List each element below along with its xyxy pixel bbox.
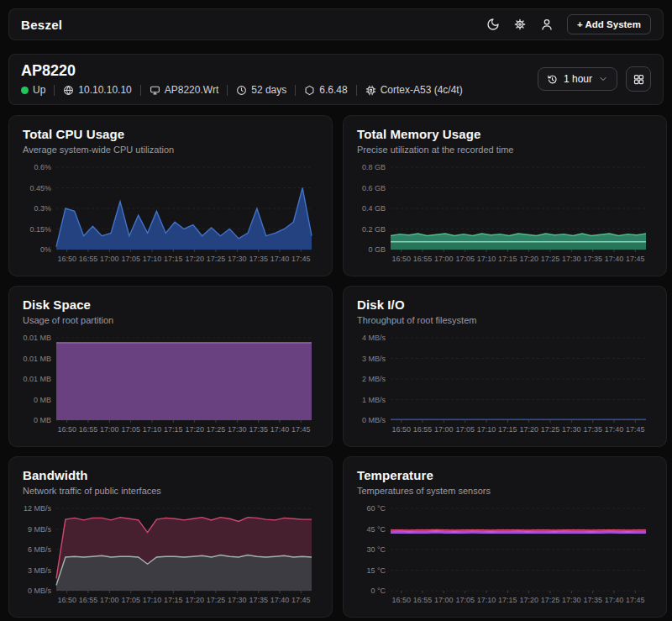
svg-text:17:10: 17:10 (143, 425, 162, 434)
svg-text:17:30: 17:30 (562, 425, 581, 434)
disk-io-chart[interactable]: 4 MB/s3 MB/s2 MB/s1 MB/s0 MB/s16:5016:55… (357, 333, 653, 437)
svg-text:17:15: 17:15 (164, 425, 183, 434)
svg-text:17:30: 17:30 (562, 255, 581, 263)
cpu-usage-chart[interactable]: 0.6%0.45%0.3%0.15%0%16:5016:5517:0017:05… (23, 162, 318, 266)
svg-text:16:50: 16:50 (57, 425, 76, 434)
system-controls: 1 hour (538, 66, 651, 92)
svg-text:17:20: 17:20 (519, 596, 538, 604)
svg-text:17:15: 17:15 (498, 255, 517, 263)
svg-text:17:05: 17:05 (455, 255, 475, 263)
svg-text:17:10: 17:10 (477, 255, 496, 263)
svg-text:17:40: 17:40 (605, 255, 624, 263)
svg-text:17:15: 17:15 (164, 255, 183, 263)
settings-button[interactable] (513, 18, 527, 31)
system-uptime: 52 days (236, 84, 286, 96)
chart-title: Disk I/O (357, 297, 653, 312)
svg-text:17:20: 17:20 (519, 255, 538, 263)
svg-text:6 MB/s: 6 MB/s (28, 545, 52, 554)
svg-text:0%: 0% (40, 245, 51, 254)
svg-text:17:05: 17:05 (455, 596, 475, 604)
svg-text:17:10: 17:10 (143, 596, 162, 604)
disk-space-card: Disk Space Usage of root partition 0.01 … (8, 286, 333, 447)
theme-toggle-button[interactable] (486, 18, 500, 31)
svg-text:17:25: 17:25 (207, 596, 226, 604)
temperature-card: Temperature Temperatures of system senso… (343, 456, 667, 618)
svg-text:17:35: 17:35 (249, 596, 268, 604)
svg-text:17:35: 17:35 (583, 255, 602, 263)
globe-icon (63, 85, 74, 96)
chart-subtitle: Temperatures of system sensors (357, 486, 653, 496)
system-summary-card: AP8220 Up 10.10.10.10 AP8220.Wrt 52 days (8, 54, 664, 105)
header-actions: + Add System (486, 14, 651, 34)
svg-text:17:40: 17:40 (270, 425, 290, 434)
user-menu-button[interactable] (540, 18, 554, 31)
divider (356, 85, 357, 96)
time-range-select[interactable]: 1 hour (538, 67, 617, 91)
svg-text:17:35: 17:35 (249, 425, 268, 434)
svg-text:0 MB: 0 MB (34, 396, 51, 404)
svg-text:0.4 GB: 0.4 GB (362, 204, 386, 213)
svg-text:9 MB/s: 9 MB/s (28, 525, 52, 534)
svg-text:0.3%: 0.3% (34, 204, 51, 213)
svg-text:17:05: 17:05 (121, 425, 140, 434)
svg-text:16:50: 16:50 (391, 425, 411, 434)
svg-text:17:45: 17:45 (626, 596, 645, 604)
status-dot (21, 87, 29, 94)
svg-text:1 MB/s: 1 MB/s (362, 396, 386, 404)
system-info: AP8220 Up 10.10.10.10 AP8220.Wrt 52 days (21, 62, 463, 96)
svg-text:17:20: 17:20 (185, 425, 204, 434)
svg-text:17:25: 17:25 (207, 425, 226, 434)
disk-space-chart[interactable]: 0.01 MB0.01 MB0.01 MB0 MB0 MB16:5016:551… (23, 333, 318, 437)
svg-text:16:50: 16:50 (391, 255, 411, 263)
status-label: Up (33, 84, 45, 96)
svg-text:17:35: 17:35 (249, 255, 268, 263)
temperature-chart[interactable]: 60 °C45 °C30 °C15 °C0 °C16:5016:5517:001… (357, 503, 653, 608)
divider (295, 85, 296, 96)
add-system-button[interactable]: + Add System (567, 14, 651, 34)
moon-icon (486, 18, 500, 31)
cpu-usage-card: Total CPU Usage Average system-wide CPU … (8, 115, 333, 276)
svg-text:17:40: 17:40 (270, 255, 290, 263)
system-ip: 10.10.10.10 (63, 84, 131, 96)
disk-io-card: Disk I/O Throughput of root filesystem 4… (343, 286, 667, 447)
svg-text:17:05: 17:05 (121, 255, 140, 263)
svg-text:0 MB/s: 0 MB/s (28, 587, 52, 595)
svg-text:16:50: 16:50 (57, 255, 76, 263)
svg-text:17:00: 17:00 (434, 425, 454, 434)
svg-text:17:20: 17:20 (519, 425, 538, 434)
svg-text:2 MB/s: 2 MB/s (362, 375, 386, 383)
chart-layout-button[interactable] (626, 66, 651, 92)
svg-text:0 GB: 0 GB (368, 245, 386, 254)
svg-text:17:45: 17:45 (291, 255, 311, 263)
clock-icon (236, 85, 247, 96)
svg-text:0.01 MB: 0.01 MB (23, 334, 51, 342)
app-logo[interactable]: Beszel (21, 18, 62, 32)
svg-text:16:55: 16:55 (413, 425, 433, 434)
svg-text:17:45: 17:45 (291, 596, 311, 604)
memory-usage-chart[interactable]: 0.8 GB0.6 GB0.4 GB0.2 GB0 GB16:5016:5517… (357, 162, 653, 266)
svg-text:0 MB: 0 MB (34, 416, 51, 424)
svg-text:17:30: 17:30 (562, 596, 581, 604)
svg-text:17:00: 17:00 (100, 425, 119, 434)
svg-text:17:00: 17:00 (100, 596, 119, 604)
svg-text:17:25: 17:25 (541, 425, 560, 434)
svg-text:16:55: 16:55 (79, 596, 98, 604)
svg-text:17:25: 17:25 (207, 255, 226, 263)
memory-usage-card: Total Memory Usage Precise utilization a… (343, 115, 667, 276)
svg-text:15 °C: 15 °C (366, 566, 386, 575)
svg-text:17:10: 17:10 (477, 425, 496, 434)
gear-icon (513, 18, 527, 31)
svg-text:16:55: 16:55 (79, 255, 98, 263)
chevron-down-icon (598, 74, 608, 84)
cpu-chip-icon (365, 85, 376, 96)
svg-text:3 MB/s: 3 MB/s (362, 355, 386, 363)
grid-layout-icon (633, 73, 645, 86)
svg-text:17:00: 17:00 (434, 255, 454, 263)
svg-text:45 °C: 45 °C (366, 525, 386, 534)
bandwidth-chart[interactable]: 12 MB/s9 MB/s6 MB/s3 MB/s0 MB/s16:5016:5… (23, 503, 318, 608)
svg-text:17:40: 17:40 (605, 425, 624, 434)
system-status: Up (21, 84, 45, 96)
svg-text:16:55: 16:55 (413, 255, 433, 263)
chart-subtitle: Precise utilization at the recorded time (357, 145, 653, 155)
chart-title: Bandwidth (23, 468, 318, 482)
